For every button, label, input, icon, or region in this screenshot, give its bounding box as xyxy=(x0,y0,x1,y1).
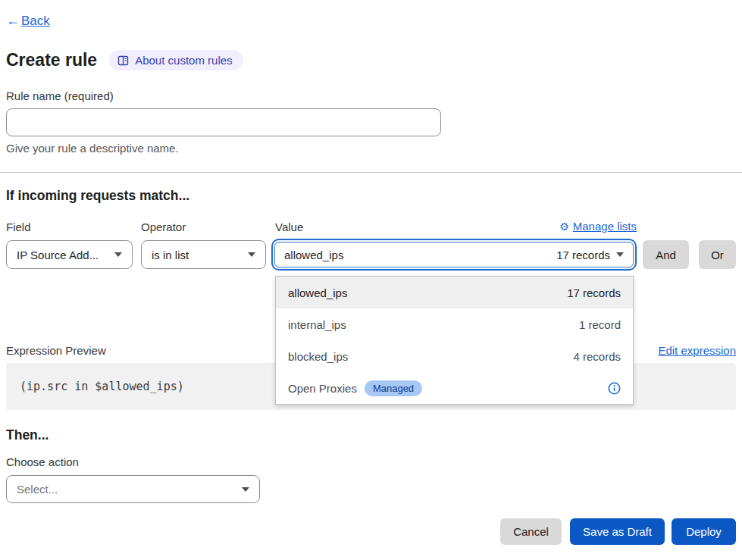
dropdown-option-name: internal_ips xyxy=(288,318,346,331)
operator-label: Operator xyxy=(141,221,186,233)
dropdown-option-name: allowed_ips xyxy=(288,286,347,299)
field-select[interactable]: IP Source Add... xyxy=(6,240,133,269)
about-badge-label: About custom rules xyxy=(135,54,232,67)
page-title: Create rule xyxy=(6,50,97,70)
managed-badge: Managed xyxy=(365,380,422,396)
info-icon[interactable] xyxy=(608,382,621,395)
match-section-heading: If incoming requests match... xyxy=(6,188,189,204)
or-button[interactable]: Or xyxy=(699,240,736,269)
value-select[interactable]: allowed_ips 17 records xyxy=(271,239,637,271)
chevron-down-icon xyxy=(248,252,255,257)
dropdown-option-meta: 17 records xyxy=(567,286,621,299)
then-section-heading: Then... xyxy=(6,427,49,443)
dropdown-option-open-proxies[interactable]: Open Proxies Managed xyxy=(276,372,633,404)
rule-name-label: Rule name (required) xyxy=(6,89,114,102)
field-select-value: IP Source Add... xyxy=(17,249,99,261)
field-label: Field xyxy=(6,221,31,233)
operator-select[interactable]: is in list xyxy=(141,240,266,269)
back-arrow-icon: ← xyxy=(6,13,20,29)
title-row: Create rule About custom rules xyxy=(6,50,243,70)
gear-icon: ⚙ xyxy=(559,221,569,233)
dropdown-option-name: Open Proxies xyxy=(288,382,357,395)
action-select-placeholder: Select... xyxy=(17,483,58,496)
section-divider xyxy=(0,172,742,173)
cancel-button[interactable]: Cancel xyxy=(500,518,562,545)
edit-expression-link[interactable]: Edit expression xyxy=(658,344,736,357)
value-select-selected: allowed_ips xyxy=(284,249,343,261)
chevron-down-icon xyxy=(616,252,624,257)
value-select-inner: allowed_ips 17 records xyxy=(274,242,634,267)
save-as-draft-button[interactable]: Save as Draft xyxy=(570,518,665,545)
rule-name-helper: Give your rule a descriptive name. xyxy=(6,142,179,155)
back-link-label: Back xyxy=(21,14,50,29)
chevron-down-icon xyxy=(114,252,122,257)
dropdown-option-internal-ips[interactable]: internal_ips 1 record xyxy=(276,308,633,340)
dropdown-option-name: blocked_ips xyxy=(288,350,348,363)
dropdown-option-meta: 1 record xyxy=(579,318,621,331)
value-label: Value xyxy=(275,221,303,233)
dropdown-option-allowed-ips[interactable]: allowed_ips 17 records xyxy=(276,277,633,308)
action-select[interactable]: Select... xyxy=(6,475,260,503)
manage-lists-link[interactable]: ⚙ Manage lists xyxy=(553,220,637,233)
book-icon xyxy=(117,55,129,66)
and-button[interactable]: And xyxy=(643,240,689,269)
manage-lists-label: Manage lists xyxy=(573,220,637,233)
deploy-button[interactable]: Deploy xyxy=(672,518,736,545)
rule-name-input[interactable] xyxy=(6,108,441,136)
dropdown-option-blocked-ips[interactable]: blocked_ips 4 records xyxy=(276,340,633,372)
create-rule-page: ← Back Create rule About custom rules Ru… xyxy=(0,0,742,560)
operator-select-value: is in list xyxy=(152,249,189,261)
expression-code: (ip.src in $allowed_ips) xyxy=(20,380,184,393)
value-dropdown-menu: allowed_ips 17 records internal_ips 1 re… xyxy=(275,276,634,405)
chevron-down-icon xyxy=(242,487,249,492)
choose-action-label: Choose action xyxy=(6,455,79,468)
about-custom-rules-link[interactable]: About custom rules xyxy=(109,50,243,70)
back-link[interactable]: ← Back xyxy=(6,13,50,29)
dropdown-option-meta: 4 records xyxy=(573,350,621,363)
expression-preview-label: Expression Preview xyxy=(6,344,106,357)
value-select-meta: 17 records xyxy=(556,249,610,261)
